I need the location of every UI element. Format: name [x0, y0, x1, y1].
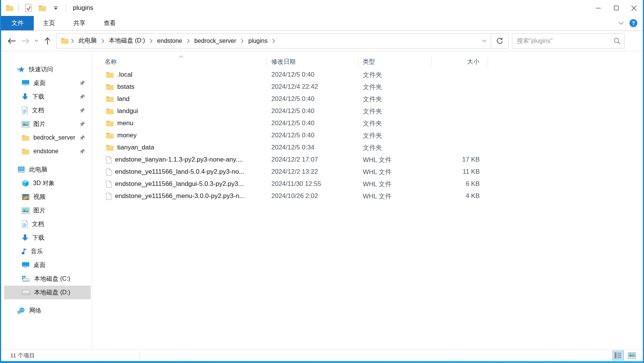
breadcrumb-separator-chevron-icon[interactable]: [101, 34, 105, 48]
navigation-pane: 快速访问桌面下载文档图片bedrock_serverendstone此电脑3D …: [1, 51, 92, 349]
sidebar-item-label: 图片: [33, 207, 46, 215]
column-header-类型[interactable]: 类型: [358, 57, 432, 66]
file-row[interactable]: endstone_ye111566_landgui-5.0.3-py2.py3.…: [92, 178, 643, 190]
quick-access-check-document-icon[interactable]: [23, 3, 34, 13]
svg-text:?: ?: [632, 20, 635, 26]
address-dropdown-chevron-icon[interactable]: [480, 34, 488, 48]
folder-icon: [22, 135, 30, 141]
quick-access-folder-icon[interactable]: [37, 3, 47, 13]
thumbnail-view-icon[interactable]: [626, 350, 638, 360]
sidebar-item-文档[interactable]: 文档: [1, 217, 91, 231]
customize-toolbar-dropdown-icon[interactable]: [50, 3, 61, 13]
titlebar-left: plugins: [1, 0, 589, 16]
breadcrumb-item[interactable]: 本地磁盘 (D:): [105, 34, 149, 48]
sidebar-item-下载[interactable]: 下载: [1, 231, 91, 245]
sidebar-item-桌面[interactable]: 桌面: [1, 76, 91, 90]
breadcrumb-item[interactable]: bedrock_server: [191, 34, 240, 48]
view-toggles: [613, 350, 643, 360]
forward-icon[interactable]: [19, 34, 32, 48]
column-header-修改日期[interactable]: 修改日期: [267, 57, 358, 66]
tab-file[interactable]: 文件: [1, 16, 34, 30]
address-bar[interactable]: 此电脑本地磁盘 (D:)endstonebedrock_serverplugin…: [57, 33, 491, 49]
folder-icon: [106, 145, 114, 151]
file-row[interactable]: money2024/12/5 0:40文件夹: [92, 129, 643, 141]
breadcrumb-separator-chevron-icon[interactable]: [149, 34, 153, 48]
search-input[interactable]: [512, 38, 614, 44]
help-icon[interactable]: ?: [629, 19, 638, 27]
file-row[interactable]: menu2024/12/5 0:40文件夹: [92, 117, 643, 129]
file-size: 17 KB: [432, 156, 488, 163]
sidebar-item-图片[interactable]: 图片: [1, 117, 91, 131]
file-type: WHL 文件: [358, 156, 432, 164]
status-divider: [139, 351, 140, 360]
file-row[interactable]: bstats2024/12/4 22:42文件夹: [92, 81, 643, 93]
explorer-app-icon[interactable]: [6, 5, 14, 11]
download-icon: [22, 93, 28, 101]
tab-主页[interactable]: 主页: [34, 16, 64, 30]
tab-查看[interactable]: 查看: [94, 16, 125, 30]
sidebar-item-label: 音乐: [31, 248, 43, 256]
sidebar-item-视频[interactable]: 视频: [1, 190, 91, 204]
search-icon[interactable]: [614, 38, 624, 44]
file-type: 文件夹: [358, 71, 432, 79]
column-header-大小[interactable]: 大小: [432, 57, 488, 66]
address-folder-icon: [61, 38, 69, 44]
details-view-icon[interactable]: [613, 350, 624, 360]
pin-icon: [80, 80, 85, 86]
sidebar-group-快速访问[interactable]: 快速访问: [1, 63, 91, 76]
file-row[interactable]: landgui2024/12/5 0:40文件夹: [92, 105, 643, 117]
folder-icon: [106, 120, 114, 127]
file-icon: [106, 156, 112, 163]
file-row[interactable]: endstone_tianyan-1.1.3-py2.py3-none-any.…: [92, 154, 643, 166]
window-controls: [589, 0, 643, 16]
cube-icon: [22, 179, 29, 187]
sidebar-item-图片[interactable]: 图片: [1, 204, 91, 217]
collapse-ribbon-chevron-icon[interactable]: [619, 22, 624, 25]
sidebar-item-文档[interactable]: 文档: [1, 104, 91, 117]
sidebar-group-网络[interactable]: 网络: [1, 304, 91, 317]
sidebar-item-label: 本地磁盘 (D:): [34, 289, 70, 297]
sidebar-item-3D 对象[interactable]: 3D 对象: [1, 176, 91, 190]
refresh-icon[interactable]: [491, 33, 509, 49]
sidebar-group-此电脑[interactable]: 此电脑: [1, 163, 91, 176]
file-name-cell: landgui: [92, 107, 267, 115]
sidebar-group-label: 快速访问: [29, 66, 53, 74]
back-icon[interactable]: [5, 34, 19, 48]
file-row[interactable]: tianyan_data2024/12/5 0:34文件夹: [92, 141, 643, 154]
item-count: 11 个项目: [1, 352, 35, 359]
folder-icon: [106, 72, 114, 78]
sidebar-item-下载[interactable]: 下载: [1, 90, 91, 104]
maximize-button[interactable]: [607, 0, 625, 16]
file-type: 文件夹: [358, 131, 432, 140]
file-type: WHL 文件: [358, 180, 432, 189]
sidebar-item-本地磁盘 (C:)[interactable]: 本地磁盘 (C:): [1, 272, 91, 286]
file-type: 文件夹: [358, 83, 432, 91]
file-type: WHL 文件: [358, 192, 432, 201]
breadcrumb-separator-chevron-icon[interactable]: [271, 34, 276, 48]
close-button[interactable]: [625, 0, 643, 16]
sidebar-item-本地磁盘 (D:)[interactable]: 本地磁盘 (D:): [4, 286, 91, 299]
minimize-button[interactable]: [589, 0, 607, 16]
breadcrumb-item[interactable]: plugins: [244, 34, 271, 48]
breadcrumb-item[interactable]: 此电脑: [75, 34, 101, 48]
sidebar-item-endstone[interactable]: endstone: [1, 145, 91, 158]
sidebar-item-音乐[interactable]: 音乐: [1, 245, 91, 258]
sidebar-item-bedrock_server[interactable]: bedrock_server: [1, 131, 91, 145]
file-name: endstone_ye111566_menu-3.0.0-py2.py3-n..…: [115, 192, 245, 200]
breadcrumb-separator-chevron-icon[interactable]: [70, 34, 75, 48]
sidebar-group: 网络: [1, 304, 92, 317]
file-row[interactable]: endstone_ye111566_menu-3.0.0-py2.py3-n..…: [92, 190, 643, 202]
tab-共享[interactable]: 共享: [64, 16, 94, 30]
breadcrumb-separator-chevron-icon[interactable]: [240, 34, 244, 48]
pin-icon: [80, 94, 85, 100]
file-row[interactable]: endstone_ye111566_land-5.0.4-py2.py3-no.…: [92, 166, 643, 178]
breadcrumb-separator-chevron-icon[interactable]: [186, 34, 191, 48]
up-icon[interactable]: [41, 34, 54, 48]
recent-locations-chevron-icon[interactable]: [32, 34, 41, 48]
file-list-pane: 名称修改日期类型大小 .local2024/12/5 0:40文件夹bstats…: [92, 51, 643, 349]
file-row[interactable]: land2024/12/5 0:40文件夹: [92, 93, 643, 105]
file-row[interactable]: .local2024/12/5 0:40文件夹: [92, 69, 643, 81]
breadcrumb-item[interactable]: endstone: [153, 34, 186, 48]
file-date: 2024/12/5 0:40: [267, 119, 358, 127]
sidebar-item-桌面[interactable]: 桌面: [1, 258, 91, 272]
